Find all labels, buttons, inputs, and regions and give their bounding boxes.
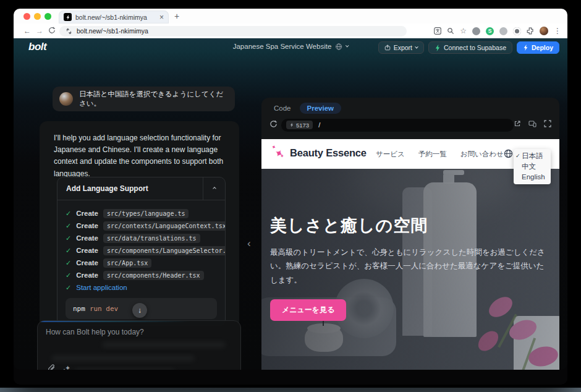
open-external-icon[interactable]: [514, 120, 521, 127]
step-row: ✓ Create src/components/Header.tsx: [66, 269, 217, 281]
brand-sparkle-icon: ✦ ✦ ✦: [273, 146, 287, 161]
user-avatar: [59, 92, 73, 106]
task-card-title: Add Language Support: [57, 184, 203, 193]
check-icon: ✓: [66, 235, 71, 242]
step-row: ✓ Create src/App.tsx: [66, 257, 217, 269]
down-arrow-icon: ↓: [138, 306, 142, 315]
bolt-logo[interactable]: bolt: [28, 41, 46, 53]
traffic-light-zoom[interactable]: [45, 13, 51, 20]
start-application-link[interactable]: Start application: [76, 284, 127, 291]
site-nav: サービス予約一覧お問い合わせ: [376, 150, 504, 159]
forward-icon[interactable]: →: [36, 26, 43, 36]
preview-actions: [514, 120, 551, 127]
language-label: 中文: [522, 163, 536, 170]
port-number: 5173: [296, 122, 309, 129]
blurred-content: [51, 356, 195, 361]
collapse-panel-chevron[interactable]: ‹: [247, 237, 251, 250]
translate-icon[interactable]: [434, 27, 441, 35]
tab-close-icon[interactable]: ×: [159, 14, 164, 21]
traffic-light-minimize[interactable]: [34, 13, 41, 20]
traffic-light-close[interactable]: [23, 13, 30, 20]
step-action: Create: [76, 222, 98, 229]
browser-tab[interactable]: bolt.new/~/sb1-nkimimya ×: [59, 11, 169, 23]
desktop-wallpaper-edge: [0, 388, 581, 392]
browser-toolbar: ← → bolt.new/~/sb1-nkimimya ☆: [14, 23, 567, 38]
language-menu-item[interactable]: ✓ 日本語: [514, 151, 551, 161]
blurred-content: [102, 342, 226, 347]
step-file-chip[interactable]: src/components/Header.tsx: [103, 271, 204, 280]
extension-icon[interactable]: [472, 27, 480, 35]
connect-supabase-label: Connect to Supabase: [444, 44, 506, 51]
tab-code[interactable]: Code: [270, 104, 295, 112]
browser-menu-icon[interactable]: ⋮: [554, 27, 561, 35]
chevron-down-icon: [345, 44, 349, 48]
terminal-args: run dev: [90, 305, 118, 313]
tab-title: bolt.new/~/sb1-nkimimya: [75, 14, 156, 21]
language-menu-item[interactable]: ✓ English: [514, 172, 551, 182]
fullscreen-icon[interactable]: [544, 120, 551, 127]
new-tab-button[interactable]: +: [174, 11, 179, 21]
browser-window: bolt.new/~/sb1-nkimimya × + ← → bolt.new…: [14, 9, 567, 385]
terminal-command: npm: [73, 305, 85, 313]
chevron-up-icon: [213, 187, 216, 190]
preview-address-bar[interactable]: 5173 /: [281, 119, 514, 132]
settings-extension-icon[interactable]: [513, 27, 521, 35]
view-menu-button[interactable]: メニューを見る: [270, 299, 346, 321]
preview-panel: Code Preview 5173 /: [261, 98, 559, 370]
language-menu-item[interactable]: ✓ 中文: [514, 161, 551, 172]
project-title-row[interactable]: Japanese Spa Service Website: [233, 43, 349, 50]
assistant-response: I'll help you add language selection fun…: [40, 121, 239, 330]
check-icon: ✓: [515, 151, 520, 161]
export-button[interactable]: Export: [378, 41, 424, 54]
extensions-puzzle-icon[interactable]: [527, 27, 534, 35]
tab-preview[interactable]: Preview: [300, 103, 341, 114]
site-header: ✦ ✦ ✦ Beauty Essence サービス予約一覧お問い合わせ: [261, 139, 559, 169]
step-file-chip[interactable]: src/contexts/LanguageContext.tsx: [103, 221, 226, 231]
check-icon: ✓: [66, 272, 71, 279]
header-actions: Export Connect to Supabase Deploy: [378, 41, 559, 54]
preview-reload-icon[interactable]: [269, 120, 278, 128]
collapse-button[interactable]: [203, 177, 225, 200]
project-title: Japanese Spa Service Website: [233, 43, 332, 50]
step-file-chip[interactable]: src/types/language.ts: [103, 209, 189, 218]
extension-icon[interactable]: [499, 27, 507, 35]
check-icon: ✓: [66, 247, 71, 254]
step-file-chip[interactable]: src/data/translations.ts: [103, 234, 200, 243]
toolbar-icons: ☆ S ⋮: [434, 25, 561, 36]
check-icon: ✓: [66, 223, 71, 229]
back-icon[interactable]: ←: [23, 26, 31, 36]
scroll-to-bottom-button[interactable]: ↓: [132, 303, 147, 318]
reload-icon[interactable]: [48, 27, 56, 34]
app-header: bolt Japanese Spa Service Website Export: [14, 38, 567, 57]
deploy-button[interactable]: Deploy: [517, 41, 559, 54]
step-action: Create: [76, 271, 98, 279]
bolt-favicon-icon: [64, 13, 72, 21]
port-chip: 5173: [286, 121, 313, 129]
task-card-header[interactable]: Add Language Support: [57, 177, 225, 200]
device-toggle-icon[interactable]: [528, 120, 536, 127]
site-nav-link[interactable]: 予約一覧: [418, 150, 447, 159]
supabase-extension-icon[interactable]: S: [486, 27, 494, 35]
step-action: Create: [76, 210, 98, 217]
check-icon: ✓: [66, 210, 71, 217]
attach-link-icon[interactable]: [47, 364, 56, 370]
bolt-app: bolt Japanese Spa Service Website Export: [14, 38, 567, 370]
browser-profile-avatar[interactable]: [540, 27, 548, 35]
step-file-chip[interactable]: src/components/LanguageSelector.tsx: [103, 246, 226, 255]
step-file-chip[interactable]: src/App.tsx: [103, 258, 151, 268]
chevron-down-icon: [415, 45, 418, 49]
site-settings-icon[interactable]: [66, 28, 72, 35]
browser-tab-strip: bolt.new/~/sb1-nkimimya × +: [14, 9, 567, 23]
site-nav-link[interactable]: お問い合わせ: [460, 150, 504, 159]
preview-url-row: 5173 /: [261, 116, 559, 134]
input-toolbar: ✦ ✦: [47, 364, 72, 370]
address-bar[interactable]: bolt.new/~/sb1-nkimimya: [59, 26, 407, 36]
site-nav-link[interactable]: サービス: [376, 150, 405, 159]
zoom-icon[interactable]: [447, 27, 454, 35]
enhance-sparkles-icon[interactable]: ✦ ✦: [64, 364, 72, 370]
connect-supabase-button[interactable]: Connect to Supabase: [428, 41, 512, 54]
export-label: Export: [394, 44, 412, 51]
hero-title: 美しさと癒しの空間: [270, 215, 428, 237]
bookmark-star-icon[interactable]: ☆: [460, 27, 467, 35]
language-globe-icon[interactable]: [504, 149, 513, 158]
